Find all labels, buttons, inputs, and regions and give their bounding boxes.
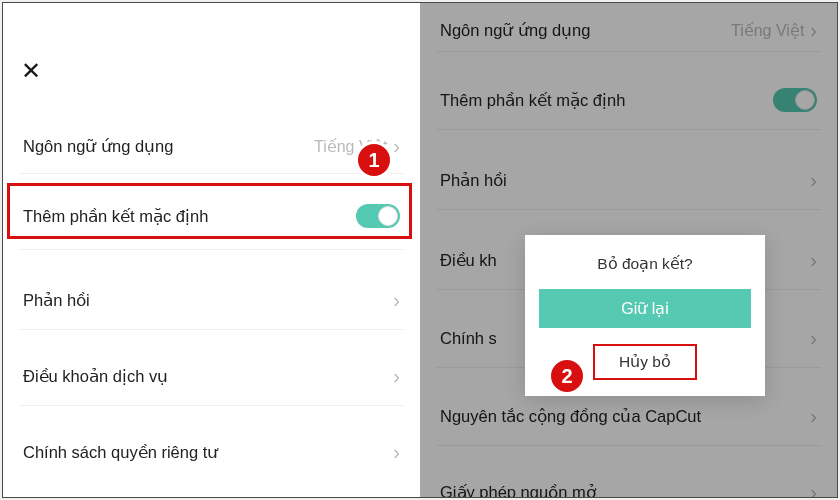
chevron-right-icon: › [393, 442, 400, 462]
divider [436, 209, 821, 210]
divider [436, 129, 821, 130]
row-label: Thêm phần kết mặc định [23, 207, 208, 226]
chevron-right-icon: › [393, 136, 400, 156]
row-rhs: › [810, 328, 817, 348]
row-label: Chính s [440, 329, 497, 348]
row-open-source[interactable]: Giấy phép nguồn mở › [420, 457, 837, 497]
divider [19, 249, 404, 250]
chevron-right-icon: › [810, 328, 817, 348]
toggle-default-ending[interactable] [356, 204, 400, 228]
row-label: Chính sách quyền riêng tư [23, 443, 218, 462]
row-label: Ngôn ngữ ứng dụng [23, 137, 173, 156]
toggle-default-ending[interactable] [773, 88, 817, 112]
chevron-right-icon: › [810, 406, 817, 426]
row-rhs: › [393, 290, 400, 310]
confirm-dialog: Bỏ đoạn kết? Giữ lại Hủy bỏ [525, 235, 765, 396]
chevron-right-icon: › [393, 290, 400, 310]
divider [436, 51, 821, 52]
keep-button[interactable]: Giữ lại [539, 289, 751, 328]
divider [436, 445, 821, 446]
row-label: Phản hồi [440, 171, 507, 190]
row-rhs: › [810, 170, 817, 190]
row-label: Phản hồi [23, 291, 90, 310]
row-language[interactable]: Ngôn ngữ ứng dụng Tiếng Việt › [420, 3, 837, 65]
settings-screen-left: ✕ Ngôn ngữ ứng dụng Tiếng Việt › Thêm ph… [3, 3, 420, 497]
row-rhs: › [810, 250, 817, 270]
language-value: Tiếng Việt [731, 21, 804, 40]
settings-screen-right: Ngôn ngữ ứng dụng Tiếng Việt › Thêm phần… [420, 3, 837, 497]
row-label: Điều kh [440, 251, 497, 270]
cancel-button[interactable]: Hủy bỏ [593, 344, 697, 380]
row-feedback[interactable]: Phản hồi › [3, 265, 420, 335]
row-label: Giấy phép nguồn mở [440, 483, 596, 498]
language-value: Tiếng Việt [314, 137, 387, 156]
row-terms[interactable]: Điều khoản dịch vụ › [3, 341, 420, 411]
row-rhs: Tiếng Việt › [731, 20, 817, 40]
chevron-right-icon: › [810, 170, 817, 190]
row-label: Ngôn ngữ ứng dụng [440, 21, 590, 40]
row-label: Nguyên tắc cộng đồng của CapCut [440, 407, 701, 426]
row-privacy[interactable]: Chính sách quyền riêng tư › [3, 417, 420, 487]
divider [19, 173, 404, 174]
chevron-right-icon: › [393, 366, 400, 386]
row-rhs [356, 204, 400, 228]
chevron-right-icon: › [810, 482, 817, 497]
row-rhs: › [393, 366, 400, 386]
dialog-title: Bỏ đoạn kết? [539, 255, 751, 273]
row-default-ending[interactable]: Thêm phần kết mặc định [420, 65, 837, 135]
toggle-knob [378, 206, 398, 226]
row-feedback[interactable]: Phản hồi › [420, 145, 837, 215]
row-rhs: › [393, 442, 400, 462]
divider [19, 405, 404, 406]
close-icon[interactable]: ✕ [21, 57, 41, 85]
chevron-right-icon: › [810, 20, 817, 40]
row-rhs: › [810, 406, 817, 426]
row-rhs: Tiếng Việt › [314, 136, 400, 156]
row-label: Điều khoản dịch vụ [23, 367, 168, 386]
row-rhs: › [810, 482, 817, 497]
row-language[interactable]: Ngôn ngữ ứng dụng Tiếng Việt › [3, 111, 420, 181]
divider [19, 329, 404, 330]
chevron-right-icon: › [810, 250, 817, 270]
row-label: Thêm phần kết mặc định [440, 91, 625, 110]
row-default-ending[interactable]: Thêm phần kết mặc định [3, 181, 420, 251]
toggle-knob [795, 90, 815, 110]
row-rhs [773, 88, 817, 112]
dialog-cancel-wrap: Hủy bỏ [539, 344, 751, 380]
